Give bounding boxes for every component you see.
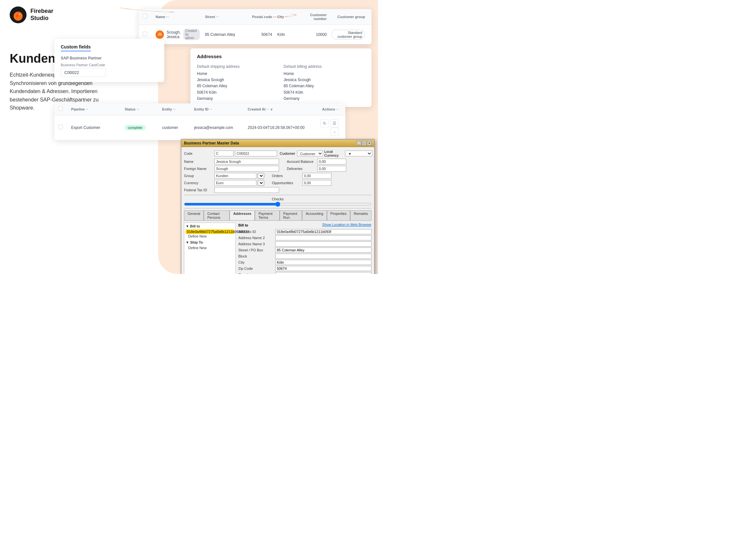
sap-addr-city-row: City (238, 260, 372, 265)
addresses-card: Addresses Default shipping address HomeJ… (190, 48, 372, 107)
sap-right-currency: Local Currency ▼ (324, 150, 373, 157)
pt-col-entityid: Entity ID ··· (191, 106, 245, 113)
sap-group-row: Group ▼ Orders (184, 173, 372, 179)
sap-checks-slider[interactable] (184, 203, 372, 206)
shipping-lines: HomeJessica Scough85 Coleman Alley50674 … (197, 71, 278, 102)
cf-section: SAP Business Partner (61, 56, 158, 60)
sap-account-balance-input[interactable] (317, 159, 346, 165)
sap-currency-label: Local Currency (324, 150, 344, 157)
sap-checks-label: Checks (184, 197, 372, 201)
pt-cell-createdat: 2024-03-04T16:26:58.067+00:00 (245, 124, 309, 131)
sap-type-label: Customer (280, 152, 295, 156)
cell-city: Köln (275, 31, 298, 38)
shopware-customer-table: Name ··· Street ··· Postal code City ···… (139, 9, 372, 44)
sap-currency-field-select[interactable]: ▼ (258, 180, 264, 186)
sap-name-input[interactable] (214, 159, 279, 165)
sap-code-prefix-input[interactable] (214, 151, 234, 156)
action-refresh-btn[interactable]: ↻ (320, 119, 329, 128)
sap-tab-properties[interactable]: Properties (327, 210, 350, 220)
sap-bill-to-header: ▼ Bill to (186, 224, 234, 228)
sap-addr-name3-input[interactable] (275, 242, 372, 247)
sap-addr-city-input[interactable] (275, 260, 372, 265)
sap-foreign-input[interactable] (214, 166, 279, 172)
sap-window-title: Business Partner Master Data (184, 141, 239, 145)
pt-row-checkbox[interactable] (58, 125, 63, 129)
sap-tab-contact[interactable]: Contact Persons (204, 210, 230, 220)
action-list-btn[interactable]: ☰ (330, 119, 339, 128)
sap-addr-city-label: City (238, 261, 274, 264)
billing-address: Default billing address HomeJessica Scou… (284, 64, 365, 102)
table-header: Name ··· Street ··· Postal code City ···… (139, 9, 372, 25)
firebear-logo-icon (10, 6, 27, 23)
pt-col-createdat: Created At ··· ∨ (245, 106, 309, 113)
sap-group-input[interactable] (214, 173, 256, 179)
row-checkbox[interactable] (143, 32, 147, 36)
sap-addr-county-input[interactable] (275, 272, 372, 274)
sap-addr-panel: ▼ Bill to 018e0a48b07275a5b6b1211b093f82… (184, 223, 372, 274)
sap-currency-field-input[interactable] (214, 180, 256, 186)
sap-addr-street-input[interactable] (275, 248, 372, 253)
sap-addr-name3-label: Address Name 3 (238, 242, 274, 246)
pipeline-row[interactable]: Export Customer complete customer jessic… (54, 115, 345, 140)
sap-deliveries-input[interactable] (317, 166, 346, 172)
cell-postal: 50674 (247, 31, 275, 38)
sap-minimize-btn[interactable]: _ (357, 141, 361, 145)
sap-tab-general[interactable]: General (184, 210, 204, 220)
sap-addr-name2-input[interactable] (275, 235, 372, 241)
cf-field-value: C00022 (61, 68, 106, 77)
sap-orders-input[interactable] (302, 173, 331, 179)
sap-maximize-btn[interactable]: □ (362, 141, 366, 145)
pt-cell-entityid: jessica@example.com (191, 124, 245, 131)
custom-fields-card: Custom fields SAP Business Partner Busin… (54, 39, 164, 82)
billing-lines: HomeJessica Scough85 Coleman Alley50674 … (284, 71, 365, 102)
header-checkbox[interactable] (143, 14, 147, 18)
sap-bill-to-id[interactable]: 018e0a48b07275a5b6b1211b093f8222 (186, 230, 234, 234)
sap-addr-id-input[interactable] (275, 229, 372, 234)
addresses-title: Addresses (197, 54, 365, 59)
sap-opportunities-label: Opportunities (272, 181, 301, 185)
sap-addr-id-label: Address ID (238, 230, 274, 234)
sap-window-buttons: _ □ ✕ (357, 141, 372, 145)
sap-tax-input[interactable] (214, 187, 279, 193)
col-street: Street ··· (202, 14, 247, 20)
sap-tab-addresses[interactable]: Addresses (230, 210, 255, 220)
sap-opportunities-input[interactable] (302, 180, 331, 186)
sap-tab-payment-terms[interactable]: Payment Terms (255, 210, 279, 220)
col-custnr: Customer number (297, 12, 329, 22)
custom-fields-title: Custom fields (61, 44, 91, 51)
sap-group-select[interactable]: ▼ (258, 173, 264, 179)
sap-name-label: Name (184, 160, 213, 164)
sap-tab-payment-run[interactable]: Payment Run (280, 210, 302, 220)
sap-bpmd-window: Business Partner Master Data _ □ ✕ Code … (181, 139, 375, 274)
table-row[interactable]: JS Scough, Jessica Created by admin 85 C… (139, 25, 372, 44)
sap-code-input[interactable] (235, 151, 277, 156)
sap-account-balance-label: Account Balance (287, 160, 316, 164)
shipping-address: Default shipping address HomeJessica Sco… (197, 64, 278, 102)
sap-ship-define-new[interactable]: Define New (186, 246, 234, 250)
sap-show-location-link[interactable]: Show Location in Web Browser (322, 223, 372, 227)
sap-bill-define-new[interactable]: Define New (186, 234, 234, 239)
sap-addr-right: Bill to Show Location in Web Browser Add… (238, 223, 372, 274)
sap-ship-to-header: ▼ Ship To (186, 241, 234, 244)
pt-header-checkbox[interactable] (58, 106, 63, 111)
sap-addr-bill-to-title: Bill to (238, 223, 248, 227)
sap-code-row: Code Customer Customer ▼ Local Currency … (184, 150, 372, 157)
sap-addr-left: ▼ Bill to 018e0a48b07275a5b6b1211b093f82… (184, 223, 236, 274)
custgroup-badge: Standard customer group (332, 30, 365, 39)
sap-addr-street-label: Street / PO Box (238, 248, 274, 252)
sap-close-btn[interactable]: ✕ (367, 141, 372, 145)
cf-field-label: Business Partner CardCode (61, 63, 158, 67)
sap-addr-block-input[interactable] (275, 254, 372, 259)
sap-tax-label: Federal Tax ID (184, 188, 213, 192)
sap-tab-accounting[interactable]: Accounting (302, 210, 327, 220)
pipeline-header: Pipeline ··· Status ··· Entity ··· Entit… (54, 103, 345, 115)
pt-col-status: Status ··· (122, 106, 160, 113)
sap-currency-select[interactable]: ▼ (345, 151, 372, 156)
action-download-btn[interactable]: ↓ (330, 128, 339, 136)
cell-custnr: 10000 (297, 31, 329, 38)
pt-cell-actions: ↻ ☰ ↓ (309, 118, 341, 137)
sap-type-select[interactable]: Customer ▼ (297, 151, 323, 156)
sap-addr-zip-input[interactable] (275, 266, 372, 271)
sap-tab-remarks[interactable]: Remarks (350, 210, 372, 220)
sap-addr-name3-row: Address Name 3 (238, 242, 372, 247)
